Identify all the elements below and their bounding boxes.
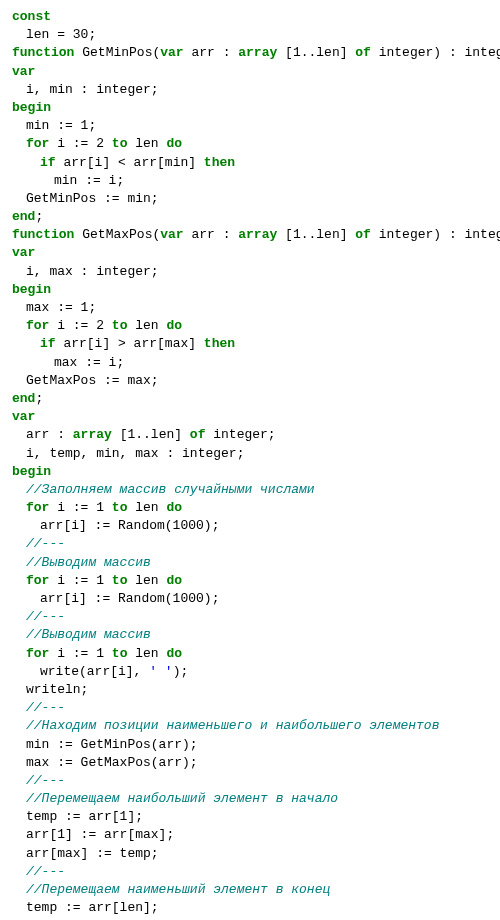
comment-line: //Перемещаем наибольший элемент в начало [12, 790, 488, 808]
code-text: i := 1 [49, 500, 111, 515]
keyword-function: function [12, 227, 74, 242]
keyword-array: array [73, 427, 112, 442]
code-text: arr : [184, 227, 239, 242]
code-line: arr[i] := Random(1000); [12, 517, 488, 535]
comment-line: //Находим позиции наименьшего и наибольш… [12, 717, 488, 735]
code-line: end; [12, 208, 488, 226]
code-line: i, temp, min, max : integer; [12, 445, 488, 463]
code-text: i := 1 [49, 646, 111, 661]
code-line: i, max : integer; [12, 263, 488, 281]
code-line: arr : array [1..len] of integer; [12, 426, 488, 444]
code-text: write(arr[i], [40, 664, 149, 679]
code-text: ); [173, 664, 189, 679]
comment-line: //--- [12, 608, 488, 626]
code-text: integer) : integer; [371, 45, 500, 60]
code-line: max := 1; [12, 299, 488, 317]
keyword-do: do [166, 318, 182, 333]
code-text: arr : [184, 45, 239, 60]
code-text: [1..len] [277, 45, 355, 60]
code-line: begin [12, 99, 488, 117]
keyword-of: of [355, 45, 371, 60]
keyword-function: function [12, 45, 74, 60]
keyword-var: var [12, 64, 35, 79]
code-line: begin [12, 281, 488, 299]
code-line: max := GetMaxPos(arr); [12, 754, 488, 772]
code-line: write(arr[i], ' '); [12, 663, 488, 681]
code-text: [1..len] [112, 427, 190, 442]
code-line: temp := arr[1]; [12, 808, 488, 826]
code-text: integer; [205, 427, 275, 442]
code-text: len [127, 318, 166, 333]
string-literal: ' ' [149, 664, 172, 679]
code-line: for i := 2 to len do [12, 317, 488, 335]
code-text: i := 2 [49, 136, 111, 151]
code-line: min := i; [12, 172, 488, 190]
code-text: len [127, 136, 166, 151]
keyword-for: for [26, 136, 49, 151]
code-line: function GetMaxPos(var arr : array [1..l… [12, 226, 488, 244]
code-line: const [12, 8, 488, 26]
code-line: for i := 1 to len do [12, 645, 488, 663]
code-text: [1..len] [277, 227, 355, 242]
keyword-begin: begin [12, 100, 51, 115]
keyword-then: then [204, 336, 235, 351]
keyword-array: array [238, 45, 277, 60]
keyword-var: var [12, 245, 35, 260]
code-line: if arr[i] > arr[max] then [12, 335, 488, 353]
code-text: arr : [26, 427, 73, 442]
code-line: begin [12, 463, 488, 481]
code-line: min := GetMinPos(arr); [12, 736, 488, 754]
comment-line: //--- [12, 772, 488, 790]
code-line: GetMinPos := min; [12, 190, 488, 208]
code-line: var [12, 244, 488, 262]
comment-line: //Выводим массив [12, 554, 488, 572]
keyword-to: to [112, 136, 128, 151]
code-line: arr[1] := arr[max]; [12, 826, 488, 844]
keyword-of: of [355, 227, 371, 242]
keyword-for: for [26, 573, 49, 588]
code-text: len [127, 646, 166, 661]
code-line: GetMaxPos := max; [12, 372, 488, 390]
keyword-var: var [160, 227, 183, 242]
keyword-then: then [204, 155, 235, 170]
code-line: for i := 2 to len do [12, 135, 488, 153]
keyword-to: to [112, 500, 128, 515]
code-line: if arr[i] < arr[min] then [12, 154, 488, 172]
code-line: end; [12, 390, 488, 408]
keyword-do: do [166, 500, 182, 515]
code-line: temp := arr[len]; [12, 899, 488, 917]
code-line: len = 30; [12, 26, 488, 44]
code-text: ; [35, 209, 43, 224]
code-text: integer) : integer; [371, 227, 500, 242]
keyword-for: for [26, 646, 49, 661]
keyword-do: do [166, 136, 182, 151]
code-text: len [127, 573, 166, 588]
code-text: i := 1 [49, 573, 111, 588]
code-text: GetMinPos( [82, 45, 160, 60]
code-text: i := 2 [49, 318, 111, 333]
code-line: for i := 1 to len do [12, 572, 488, 590]
code-line: writeln; [12, 681, 488, 699]
keyword-begin: begin [12, 282, 51, 297]
keyword-end: end [12, 391, 35, 406]
keyword-if: if [40, 155, 56, 170]
code-line: max := i; [12, 354, 488, 372]
code-line: var [12, 63, 488, 81]
code-line: arr[i] := Random(1000); [12, 590, 488, 608]
comment-line: //Перемещаем наименьший элемент в конец [12, 881, 488, 899]
code-line: min := 1; [12, 117, 488, 135]
code-text: arr[i] > arr[max] [56, 336, 204, 351]
keyword-begin: begin [12, 464, 51, 479]
comment-line: //--- [12, 535, 488, 553]
comment-line: //Заполняем массив случайными числами [12, 481, 488, 499]
keyword-do: do [166, 573, 182, 588]
code-text: GetMaxPos( [82, 227, 160, 242]
keyword-for: for [26, 500, 49, 515]
keyword-to: to [112, 318, 128, 333]
code-text: arr[i] < arr[min] [56, 155, 204, 170]
keyword-array: array [238, 227, 277, 242]
code-line: i, min : integer; [12, 81, 488, 99]
keyword-const: const [12, 9, 51, 24]
comment-line: //--- [12, 863, 488, 881]
keyword-of: of [190, 427, 206, 442]
